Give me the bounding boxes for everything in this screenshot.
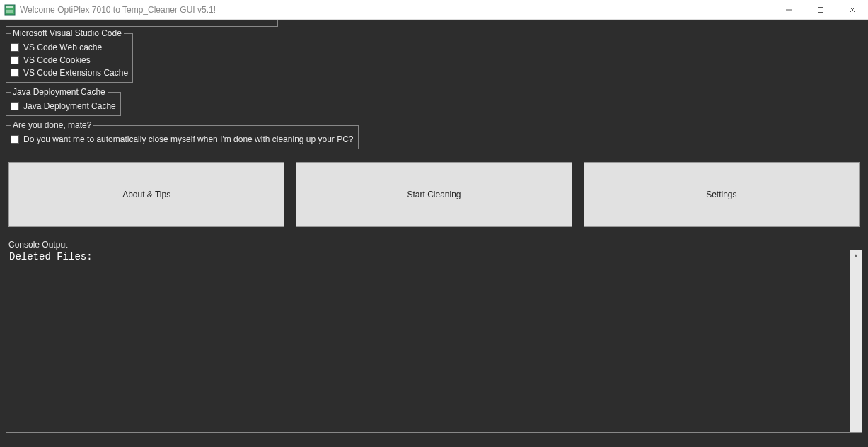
start-cleaning-button-label: Start Cleaning — [407, 190, 461, 199]
checkbox-row[interactable]: VS Code Cookies — [11, 54, 128, 66]
group-vscode: Microsoft Visual Studio Code VS Code Web… — [6, 28, 133, 83]
group-vscode-legend: Microsoft Visual Studio Code — [11, 28, 124, 38]
minimize-button[interactable] — [772, 0, 804, 19]
cutoff-group — [6, 20, 278, 27]
checkbox-icon[interactable] — [11, 135, 19, 144]
scroll-up-icon[interactable]: ▲ — [850, 250, 862, 261]
console-output-area[interactable]: Deleted Files: ▲ — [6, 250, 862, 432]
checkbox-label: VS Code Web cache — [23, 42, 102, 52]
group-java-legend: Java Deployment Cache — [11, 87, 108, 97]
app-icon — [4, 4, 16, 16]
console-output-legend: Console Output — [6, 240, 69, 250]
maximize-button[interactable] — [804, 0, 836, 19]
checkbox-row[interactable]: VS Code Extensions Cache — [11, 66, 128, 79]
window-controls — [772, 0, 868, 19]
checkbox-icon[interactable] — [11, 56, 19, 64]
window-title: Welcome OptiPlex 7010 to Temp_Cleaner GU… — [20, 5, 772, 15]
about-button[interactable]: About & Tips — [8, 162, 284, 227]
group-done-legend: Are you done, mate? — [11, 120, 93, 130]
close-button[interactable] — [836, 0, 868, 19]
button-row: About & Tips Start Cleaning Settings — [8, 162, 860, 227]
start-cleaning-button[interactable]: Start Cleaning — [296, 162, 572, 227]
checkbox-icon[interactable] — [11, 43, 19, 52]
console-scrollbar[interactable]: ▲ — [850, 250, 862, 432]
svg-rect-1 — [6, 6, 13, 8]
checkbox-label: VS Code Extensions Cache — [23, 68, 128, 78]
group-java: Java Deployment Cache Java Deployment Ca… — [6, 87, 121, 116]
svg-rect-2 — [6, 10, 13, 13]
checkbox-label: Do you want me to automatically close my… — [23, 134, 354, 144]
checkbox-row[interactable]: Java Deployment Cache — [11, 100, 116, 112]
settings-button-label: Settings — [706, 190, 736, 199]
checkbox-icon[interactable] — [11, 69, 19, 77]
console-output-text: Deleted Files: — [9, 251, 93, 262]
titlebar: Welcome OptiPlex 7010 to Temp_Cleaner GU… — [0, 0, 868, 20]
group-done: Are you done, mate? Do you want me to au… — [6, 120, 359, 149]
console-output-group: Console Output Deleted Files: ▲ — [6, 240, 862, 433]
checkbox-label: VS Code Cookies — [23, 55, 91, 65]
svg-rect-4 — [818, 7, 823, 12]
settings-button[interactable]: Settings — [584, 162, 860, 227]
checkbox-icon[interactable] — [11, 102, 19, 110]
checkbox-label: Java Deployment Cache — [23, 101, 116, 111]
app-body: Microsoft Visual Studio Code VS Code Web… — [0, 20, 868, 447]
about-button-label: About & Tips — [122, 190, 170, 199]
checkbox-row[interactable]: Do you want me to automatically close my… — [11, 133, 354, 146]
checkbox-row[interactable]: VS Code Web cache — [11, 41, 128, 54]
